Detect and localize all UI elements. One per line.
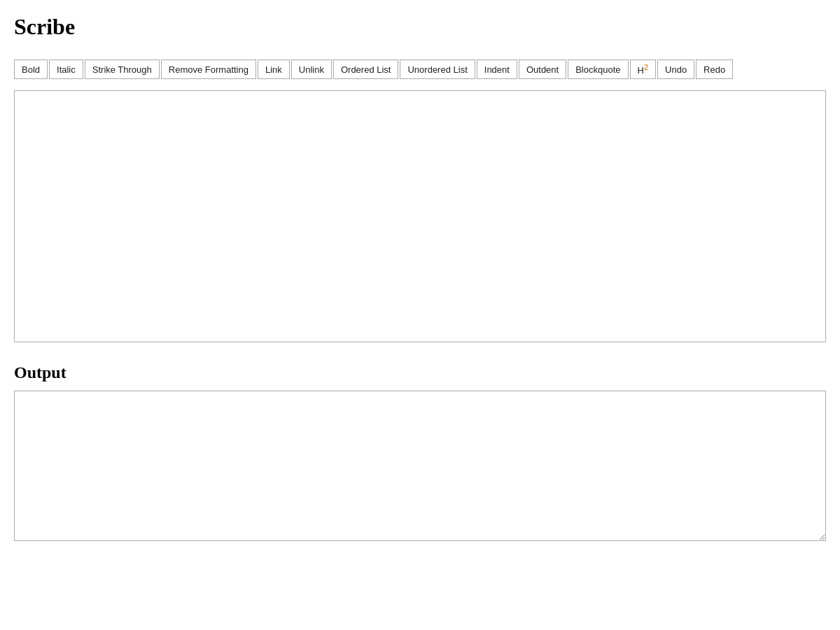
ordered-list-button[interactable]: Ordered List <box>333 59 399 79</box>
outdent-button[interactable]: Outdent <box>519 59 566 79</box>
toolbar: Bold Italic Strike Through Remove Format… <box>14 54 826 85</box>
strikethrough-button[interactable]: Strike Through <box>85 59 160 79</box>
remove-formatting-button[interactable]: Remove Formatting <box>161 59 256 79</box>
link-button[interactable]: Link <box>258 59 290 79</box>
undo-button[interactable]: Undo <box>657 59 694 79</box>
italic-button[interactable]: Italic <box>49 59 83 79</box>
editor-area[interactable] <box>14 90 826 342</box>
blockquote-button[interactable]: Blockquote <box>568 59 628 79</box>
indent-button[interactable]: Indent <box>477 59 517 79</box>
output-textarea[interactable] <box>14 391 826 541</box>
unlink-button[interactable]: Unlink <box>291 59 332 79</box>
bold-button[interactable]: Bold <box>14 59 48 79</box>
app-title: Scribe <box>14 14 826 40</box>
redo-button[interactable]: Redo <box>696 59 733 79</box>
h2-button[interactable]: H2 <box>630 59 657 79</box>
unordered-list-button[interactable]: Unordered List <box>400 59 475 79</box>
output-label: Output <box>14 363 826 382</box>
